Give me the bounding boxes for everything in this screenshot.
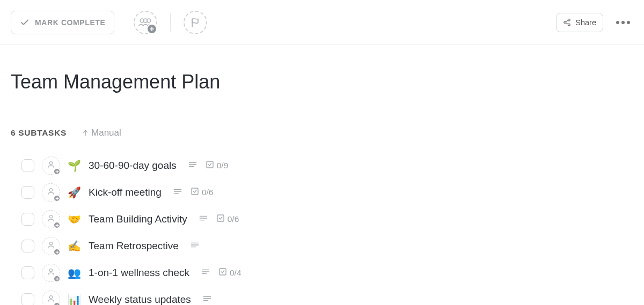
task-status-checkbox[interactable]	[21, 240, 34, 252]
task-emoji: 🌱	[68, 159, 81, 172]
checklist-count: 0/9	[217, 161, 229, 170]
svg-rect-17	[207, 161, 213, 168]
svg-point-32	[49, 242, 52, 245]
svg-point-18	[49, 189, 52, 191]
task-emoji: 🤝	[68, 213, 81, 226]
task-row: ✍️Team Retrospective	[21, 233, 633, 259]
task-row: 📊Weekly status updates	[21, 286, 633, 305]
checklist-icon	[216, 214, 225, 225]
task-row: 🌱30-60-90-day goals0/9	[21, 152, 633, 179]
checklist-count: 0/4	[230, 268, 241, 278]
topbar: MARK COMPLETE Share	[0, 0, 644, 45]
task-status-checkbox[interactable]	[21, 293, 34, 305]
task-status-checkbox[interactable]	[21, 186, 34, 199]
task-emoji: 📊	[68, 293, 81, 305]
sort-button[interactable]: Manual	[82, 128, 121, 138]
checklist-badge[interactable]: 0/6	[216, 214, 239, 225]
task-name[interactable]: Team Retrospective	[89, 240, 179, 252]
svg-point-25	[49, 215, 52, 218]
task-emoji: ✍️	[68, 240, 81, 252]
checklist-badge[interactable]: 0/6	[191, 187, 214, 198]
subtasks-count: 6 SUBTASKS	[11, 128, 67, 138]
task-name[interactable]: 30-60-90-day goals	[89, 160, 177, 172]
description-icon[interactable]	[173, 188, 182, 197]
flag-icon	[190, 17, 201, 28]
share-button[interactable]: Share	[556, 13, 603, 32]
more-options-button[interactable]	[613, 18, 633, 27]
assignee-button[interactable]	[42, 210, 60, 228]
svg-rect-31	[217, 215, 224, 221]
page-title[interactable]: Team Management Plan	[11, 71, 633, 93]
plus-icon	[53, 221, 61, 229]
task-emoji: 👥	[68, 266, 81, 279]
svg-rect-44	[219, 269, 226, 275]
svg-point-38	[49, 269, 52, 272]
share-label: Share	[575, 18, 596, 27]
description-icon[interactable]	[199, 214, 208, 224]
task-emoji: 🚀	[68, 186, 81, 199]
task-row: 👥1-on-1 wellness check0/4	[21, 259, 633, 286]
task-row: 🤝Team Building Activity0/6	[21, 206, 633, 233]
task-row: 🚀Kick-off meeting0/6	[21, 179, 633, 206]
assignee-button[interactable]	[42, 157, 60, 175]
checklist-icon	[218, 267, 227, 278]
mark-complete-label: MARK COMPLETE	[35, 18, 105, 27]
assignee-button[interactable]	[42, 291, 60, 305]
plus-icon	[53, 195, 61, 202]
svg-line-9	[566, 23, 568, 24]
task-list: 🌱30-60-90-day goals0/9🚀Kick-off meeting0…	[11, 152, 633, 305]
sort-label: Manual	[91, 128, 121, 138]
checklist-badge[interactable]: 0/4	[218, 267, 241, 278]
checklist-count: 0/6	[228, 214, 239, 224]
svg-line-8	[566, 20, 568, 22]
assignee-button[interactable]	[42, 183, 60, 202]
task-name[interactable]: Kick-off meeting	[89, 187, 162, 198]
divider	[170, 13, 171, 32]
check-icon	[20, 18, 30, 27]
assignee-button[interactable]	[42, 237, 60, 255]
svg-point-11	[49, 162, 52, 165]
subtasks-header: 6 SUBTASKS Manual	[11, 128, 633, 138]
svg-rect-24	[192, 188, 198, 195]
content-area: Team Management Plan 6 SUBTASKS Manual 🌱…	[0, 71, 644, 305]
description-icon[interactable]	[191, 241, 199, 251]
plus-icon	[53, 248, 61, 256]
task-status-checkbox[interactable]	[21, 159, 34, 172]
plus-icon	[53, 302, 61, 305]
add-people-button[interactable]	[134, 11, 157, 34]
description-icon[interactable]	[203, 295, 211, 304]
plus-icon	[53, 275, 61, 282]
set-priority-button[interactable]	[184, 11, 207, 34]
task-name[interactable]: Weekly status updates	[89, 294, 191, 305]
task-name[interactable]: 1-on-1 wellness check	[89, 267, 189, 279]
svg-point-45	[49, 296, 52, 299]
checklist-icon	[206, 160, 214, 171]
assignee-button[interactable]	[42, 264, 60, 282]
description-icon[interactable]	[201, 268, 210, 278]
plus-icon	[53, 168, 61, 175]
checklist-count: 0/6	[202, 188, 214, 197]
mark-complete-button[interactable]: MARK COMPLETE	[11, 11, 114, 34]
description-icon[interactable]	[188, 161, 197, 170]
task-name[interactable]: Team Building Activity	[89, 213, 187, 225]
share-icon	[563, 18, 571, 26]
task-status-checkbox[interactable]	[21, 213, 34, 226]
arrow-up-icon	[82, 129, 89, 137]
checklist-icon	[191, 187, 199, 198]
plus-icon	[147, 24, 157, 34]
checklist-badge[interactable]: 0/9	[206, 160, 229, 171]
task-status-checkbox[interactable]	[21, 266, 34, 279]
